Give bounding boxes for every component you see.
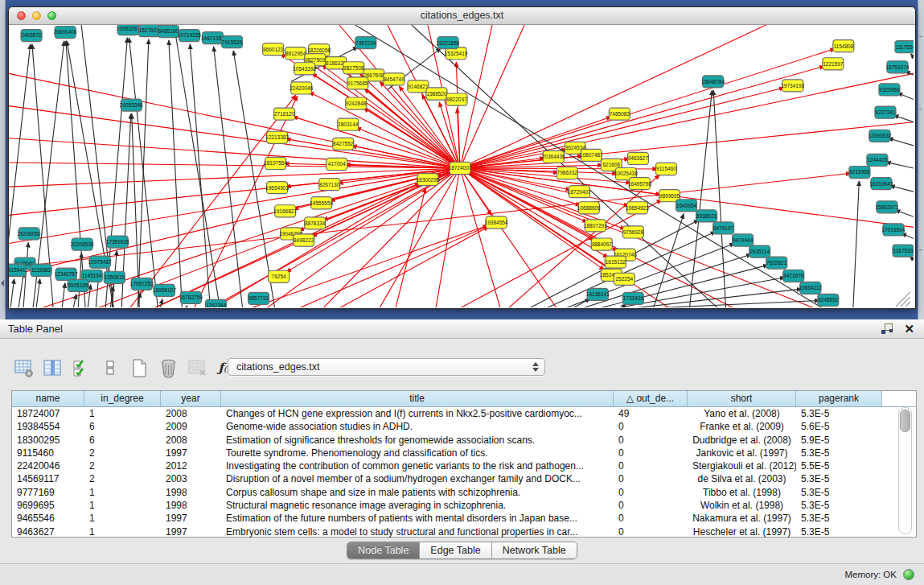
select-columns-icon[interactable] <box>71 357 92 379</box>
table-mode-icon[interactable] <box>13 357 35 379</box>
cell-in_degree[interactable]: 1 <box>84 407 161 420</box>
graph-node[interactable]: 1154808 <box>833 40 854 52</box>
graph-node[interactable]: 9884067 <box>591 238 612 250</box>
cell-year[interactable]: 2012 <box>161 459 221 472</box>
float-panel-icon[interactable] <box>881 323 893 334</box>
cell-title[interactable]: Embryonic stem cells: a model to study s… <box>221 525 614 538</box>
graph-node[interactable]: 22420046 <box>290 82 313 94</box>
cell-name[interactable]: 9115460 <box>12 447 84 459</box>
graph-node[interactable]: 8938923 <box>696 210 717 222</box>
table-row[interactable]: 969969511998Structural magnetic resonanc… <box>12 499 916 512</box>
table-row[interactable]: 911546021997Tourette syndrome. Phenomeno… <box>12 447 916 459</box>
graph-node[interactable]: 20206536 <box>71 238 94 250</box>
column-header-out_degree[interactable]: △ out_de... <box>614 391 688 406</box>
graph-node[interactable]: 9175685 <box>347 77 368 89</box>
cell-in_degree[interactable]: 1 <box>84 525 161 538</box>
graph-node[interactable]: 18720407 <box>568 186 591 198</box>
graph-node[interactable]: 252254 <box>614 273 634 285</box>
graph-node[interactable]: 9146821 <box>408 80 429 93</box>
cell-title[interactable]: Tourette syndrome. Phenomenology and cla… <box>221 447 614 459</box>
graph-node[interactable]: 7957224 <box>355 37 376 49</box>
graph-node[interactable]: 2405572 <box>21 30 42 42</box>
graph-node[interactable]: 7915526 <box>221 36 242 48</box>
cell-short[interactable]: de Silva et al. (2003) <box>688 472 796 485</box>
graph-node[interactable]: 14555554 <box>310 197 333 209</box>
graph-node[interactable]: 16958107 <box>153 284 176 296</box>
graph-node[interactable]: 18724007 <box>449 162 472 174</box>
graph-node[interactable]: 10654112 <box>799 282 823 294</box>
graph-node[interactable]: 7986332 <box>556 167 577 179</box>
cell-short[interactable]: Hescheler et al. (1997) <box>688 525 796 538</box>
cell-year[interactable]: 2008 <box>161 434 221 447</box>
graph-node[interactable]: 1527607 <box>138 25 159 37</box>
graph-node[interactable]: 7485083 <box>609 108 630 120</box>
graph-node[interactable]: 1244415 <box>867 154 888 166</box>
cell-out_degree[interactable]: 0 <box>614 486 688 499</box>
graph-node[interactable]: 10543392 <box>293 63 316 75</box>
graph-node[interactable]: 8427552 <box>333 138 354 150</box>
graph-node[interactable]: 10953287 <box>117 25 140 35</box>
table-row[interactable]: 946362711997Embryonic stem cells: a mode… <box>12 525 916 538</box>
cell-out_degree[interactable]: 0 <box>614 499 688 512</box>
graph-node[interactable]: 12342757 <box>55 268 78 280</box>
graph-node[interactable]: 17957253 <box>130 278 154 290</box>
graph-node[interactable]: 1117554 <box>895 41 914 53</box>
table-row[interactable]: 2242004622012Investigating the contribut… <box>12 459 916 472</box>
graph-node[interactable]: 18300295 <box>416 174 439 186</box>
graph-node[interactable]: 19734193 <box>781 80 804 92</box>
cell-in_degree[interactable]: 6 <box>84 420 161 433</box>
cell-short[interactable]: Wolkin et al. (1998) <box>688 499 796 512</box>
graph-node[interactable]: 2803144 <box>338 118 359 130</box>
table-row[interactable]: 946554611997Estimation of the future num… <box>12 512 916 525</box>
cell-title[interactable]: Estimation of significance thresholds fo… <box>221 434 614 447</box>
graph-node[interactable]: 12213383 <box>265 131 289 143</box>
cell-name[interactable]: 19384554 <box>12 420 84 433</box>
cell-year[interactable]: 1997 <box>161 512 221 525</box>
graph-node[interactable]: 19221856 <box>436 37 459 49</box>
cell-title[interactable]: Estimation of the future numbers of pati… <box>221 512 614 525</box>
delete-column-icon[interactable] <box>158 357 179 379</box>
network-window-titlebar[interactable]: citations_edges.txt <box>9 7 915 25</box>
cell-out_degree[interactable]: 0 <box>614 472 688 485</box>
column-header-name[interactable]: name <box>12 391 84 406</box>
cell-name[interactable]: 9699695 <box>12 499 84 512</box>
cell-title[interactable]: Genome-wide association studies in ADHD. <box>221 420 614 433</box>
cell-year[interactable]: 1998 <box>161 499 221 512</box>
cell-short[interactable]: Franke et al. (2009) <box>688 420 796 433</box>
cell-in_degree[interactable]: 6 <box>84 434 161 447</box>
cell-name[interactable]: 9777169 <box>12 486 84 499</box>
graph-node[interactable]: 9463627 <box>627 152 648 164</box>
graph-node[interactable]: 1350515 <box>104 271 125 283</box>
graph-node[interactable]: 1733426 <box>622 292 643 304</box>
graph-node[interactable]: 18107554 <box>264 157 287 169</box>
cell-in_degree[interactable]: 2 <box>84 472 161 485</box>
graph-node[interactable]: 18807293 <box>584 220 607 232</box>
cell-short[interactable]: Dudbridge et al. (2008) <box>688 434 796 447</box>
graph-node[interactable]: 2935114 <box>749 245 770 257</box>
graph-node[interactable]: 3915941 <box>9 264 26 276</box>
tab-node-table[interactable]: Node Table <box>347 542 420 558</box>
table-row[interactable]: 1830029562008Estimation of significance … <box>12 434 916 447</box>
graph-node[interactable]: 10688609 <box>577 202 601 214</box>
cell-pagerank[interactable]: 5.6E-5 <box>796 420 882 433</box>
cell-name[interactable]: 18724007 <box>12 407 84 420</box>
show-columns-icon[interactable] <box>42 357 64 379</box>
graph-node[interactable]: 8878334 <box>305 217 326 229</box>
graph-node[interactable]: 7632621 <box>766 257 787 269</box>
graph-node[interactable]: 20364436 <box>542 150 565 163</box>
table-row[interactable]: 1872400712008Changes of HCN gene express… <box>12 407 916 420</box>
cell-year[interactable]: 1998 <box>161 486 221 499</box>
cell-title[interactable]: Corpus callosum shape and size in male p… <box>221 486 614 499</box>
graph-node[interactable]: 1588520 <box>426 88 447 100</box>
graph-node[interactable]: 1167533 <box>893 245 914 257</box>
graph-node[interactable]: 1292344 <box>205 299 226 307</box>
graph-node[interactable]: 10807487 <box>580 149 603 161</box>
graph-node[interactable]: 20691406 <box>54 27 77 39</box>
cell-title[interactable]: Investigating the contribution of common… <box>221 459 614 472</box>
cell-in_degree[interactable]: 1 <box>84 512 161 525</box>
cell-year[interactable]: 1997 <box>161 525 221 538</box>
graph-node[interactable]: 8498222 <box>294 234 314 246</box>
table-selector-dropdown[interactable]: citations_edges.txt <box>228 358 545 376</box>
graph-node[interactable]: 8267130 <box>319 179 340 191</box>
tab-edge-table[interactable]: Edge Table <box>420 542 491 558</box>
